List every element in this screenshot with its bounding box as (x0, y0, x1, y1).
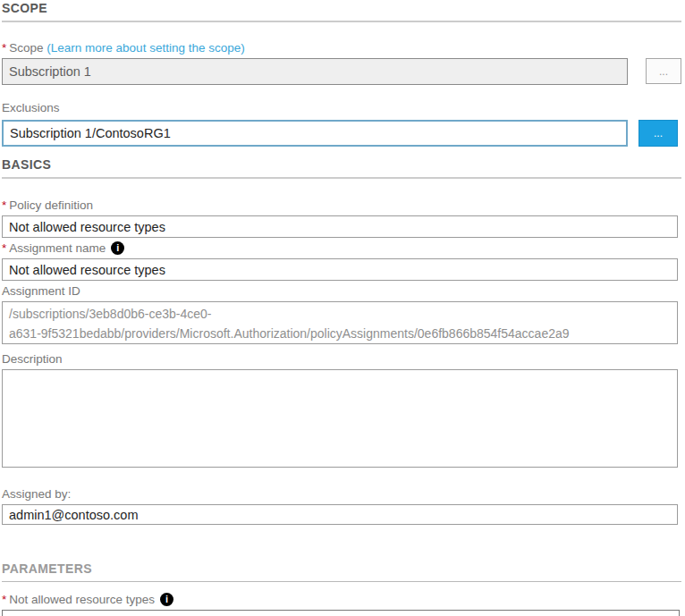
scope-label-text: Scope (9, 41, 43, 55)
policy-definition-input[interactable] (2, 215, 678, 238)
assignment-name-label: *Assignment name i (2, 241, 681, 255)
exclusions-label: Exclusions (2, 101, 681, 114)
scope-learn-more-link[interactable]: (Learn more about setting the scope) (47, 41, 244, 55)
required-asterisk: * (2, 41, 6, 55)
scope-divider (2, 21, 681, 22)
basics-divider (2, 177, 681, 179)
policy-definition-label-text: Policy definition (9, 198, 93, 212)
assignment-id-textarea[interactable]: /subscriptions/3eb8d0b6-ce3b-4ce0- a631-… (2, 301, 678, 344)
parameters-divider (2, 581, 681, 582)
policy-definition-label: *Policy definition (2, 198, 681, 212)
assigned-by-input[interactable] (2, 504, 678, 525)
scope-browse-button[interactable]: ... (646, 58, 681, 84)
exclusions-field-row: ... (2, 120, 681, 147)
exclusions-input[interactable] (2, 120, 628, 147)
required-asterisk: * (2, 241, 6, 255)
scope-field-row: ... (2, 58, 681, 85)
exclusions-browse-button[interactable]: ... (638, 120, 678, 147)
assign-policy-form: SCOPE *Scope (Learn more about setting t… (0, 0, 685, 616)
scope-label: *Scope (Learn more about setting the sco… (2, 41, 681, 55)
info-icon[interactable]: i (111, 241, 124, 255)
description-textarea[interactable] (2, 369, 678, 468)
basics-section-header: BASICS (2, 158, 681, 172)
description-label: Description (2, 352, 681, 366)
scope-section-header: SCOPE (2, 2, 681, 15)
parameters-section-header: PARAMETERS (2, 562, 681, 576)
assignment-id-label: Assignment ID (2, 284, 681, 298)
scope-input[interactable] (2, 58, 628, 85)
assigned-by-label: Assigned by: (2, 487, 681, 501)
required-asterisk: * (2, 593, 6, 606)
not-allowed-resource-types-dropdown[interactable]: Microsoft.Sql/servers (2, 610, 680, 616)
assignment-name-input[interactable] (2, 258, 678, 281)
assignment-name-label-text: Assignment name (9, 241, 106, 255)
info-icon[interactable]: i (160, 593, 173, 606)
not-allowed-resource-types-label-text: Not allowed resource types (9, 593, 155, 606)
required-asterisk: * (2, 198, 6, 212)
not-allowed-resource-types-label: *Not allowed resource types i (2, 593, 681, 606)
